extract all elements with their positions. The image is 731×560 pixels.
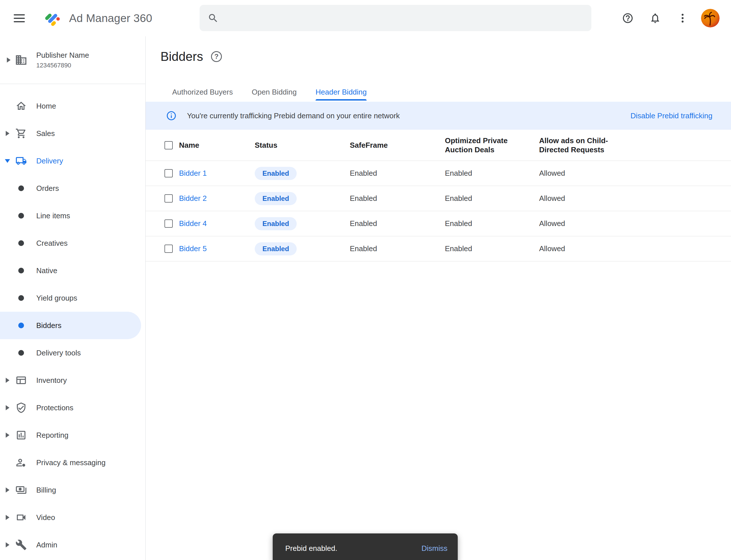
sidebar-item-line-items[interactable]: Line items bbox=[0, 202, 145, 229]
sidebar-item-label: Orders bbox=[36, 184, 59, 193]
notifications-button[interactable] bbox=[646, 9, 664, 27]
tab-header-bidding[interactable]: Header Bidding bbox=[306, 83, 376, 101]
inventory-icon bbox=[15, 375, 27, 386]
sidebar-item-label: Privacy & messaging bbox=[36, 458, 106, 467]
snackbar-dismiss-button[interactable]: Dismiss bbox=[421, 544, 447, 553]
sidebar-item-orders[interactable]: Orders bbox=[0, 175, 145, 202]
menu-icon[interactable] bbox=[14, 11, 27, 25]
sidebar-item-admin[interactable]: Admin bbox=[0, 531, 145, 559]
help-button[interactable] bbox=[619, 9, 637, 27]
sidebar-item-label: Delivery bbox=[36, 157, 63, 165]
safeframe-value: Enabled bbox=[350, 194, 445, 203]
sidebar-item-bidders[interactable]: Bidders bbox=[0, 312, 141, 339]
sidebar-item-label: Line items bbox=[36, 211, 70, 220]
private-auction-value: Enabled bbox=[445, 194, 539, 203]
info-banner: You're currently trafficking Prebid dema… bbox=[146, 102, 731, 130]
safeframe-value: Enabled bbox=[350, 169, 445, 178]
sidebar-item-delivery-tools[interactable]: Delivery tools bbox=[0, 339, 145, 367]
sidebar-item-label: Billing bbox=[36, 486, 56, 495]
safeframe-value: Enabled bbox=[350, 219, 445, 228]
publisher-name: Publisher Name bbox=[36, 51, 89, 60]
sidebar-item-label: Creatives bbox=[36, 239, 68, 248]
expand-icon bbox=[6, 405, 9, 410]
ad-manager-logo-icon bbox=[43, 9, 62, 27]
sidebar-item-native[interactable]: Native bbox=[0, 257, 145, 284]
sidebar-item-privacy-messaging[interactable]: Privacy & messaging bbox=[0, 449, 145, 476]
tab-open-bidding[interactable]: Open Bidding bbox=[242, 83, 306, 101]
sidebar-item-reporting[interactable]: Reporting bbox=[0, 421, 145, 449]
bullet-icon bbox=[15, 295, 27, 301]
sidebar-item-label: Inventory bbox=[36, 376, 67, 385]
search-bar[interactable] bbox=[200, 5, 591, 31]
sidebar-item-label: Delivery tools bbox=[36, 349, 81, 357]
row-checkbox[interactable] bbox=[165, 194, 173, 203]
sidebar-item-creatives[interactable]: Creatives bbox=[0, 229, 145, 257]
help-icon bbox=[622, 12, 634, 24]
status-badge: Enabled bbox=[255, 167, 297, 180]
search-input[interactable] bbox=[225, 5, 591, 31]
more-vert-icon bbox=[677, 12, 688, 24]
bidder-link[interactable]: Bidder 1 bbox=[179, 169, 207, 177]
snackbar-message: Prebid enabled. bbox=[285, 544, 337, 553]
expand-icon bbox=[6, 515, 9, 520]
expand-icon bbox=[6, 131, 9, 136]
sidebar-item-delivery[interactable]: Delivery bbox=[0, 147, 145, 175]
sidebar-item-label: Sales bbox=[36, 129, 55, 138]
sidebar-item-label: Video bbox=[36, 513, 55, 522]
sidebar-item-home[interactable]: Home bbox=[0, 92, 145, 120]
sidebar: Publisher Name 1234567890 Home Sales bbox=[0, 36, 146, 560]
expand-icon bbox=[7, 57, 11, 63]
bidder-link[interactable]: Bidder 4 bbox=[179, 219, 207, 228]
sidebar-nav: Home Sales Delivery Orders bbox=[0, 84, 145, 559]
safeframe-value: Enabled bbox=[350, 244, 445, 253]
row-checkbox[interactable] bbox=[165, 169, 173, 177]
status-badge: Enabled bbox=[255, 192, 297, 205]
row-checkbox[interactable] bbox=[165, 245, 173, 253]
bidder-link[interactable]: Bidder 5 bbox=[179, 244, 207, 253]
disable-prebid-link[interactable]: Disable Prebid trafficking bbox=[630, 111, 712, 120]
sidebar-item-protections[interactable]: Protections bbox=[0, 394, 145, 421]
bidder-link[interactable]: Bidder 2 bbox=[179, 194, 207, 203]
row-checkbox[interactable] bbox=[165, 219, 173, 228]
status-badge: Enabled bbox=[255, 242, 297, 255]
bullet-icon bbox=[15, 240, 27, 246]
expand-icon bbox=[6, 542, 9, 547]
sidebar-item-yield-groups[interactable]: Yield groups bbox=[0, 284, 145, 312]
more-options-button[interactable] bbox=[674, 9, 692, 27]
top-app-bar: Ad Manager 360 bbox=[0, 0, 731, 36]
main-content: Bidders ? Authorized Buyers Open Bidding… bbox=[146, 36, 731, 560]
app-title: Ad Manager 360 bbox=[69, 12, 152, 25]
private-auction-value: Enabled bbox=[445, 244, 539, 253]
expand-icon bbox=[6, 433, 9, 438]
collapse-icon bbox=[5, 159, 10, 163]
sidebar-item-label: Yield groups bbox=[36, 294, 77, 303]
bullet-icon bbox=[15, 268, 27, 273]
wrench-icon bbox=[15, 539, 27, 551]
bullet-icon bbox=[15, 323, 27, 328]
select-all-checkbox[interactable] bbox=[165, 141, 173, 149]
person-badge-icon bbox=[15, 457, 27, 468]
sidebar-item-billing[interactable]: Billing bbox=[0, 476, 145, 504]
bullet-icon bbox=[15, 350, 27, 356]
table-row: Bidder 5 Enabled Enabled Enabled Allowed bbox=[146, 236, 731, 261]
sidebar-item-inventory[interactable]: Inventory bbox=[0, 367, 145, 394]
page-help-icon[interactable]: ? bbox=[211, 51, 222, 62]
sidebar-item-video[interactable]: Video bbox=[0, 504, 145, 531]
payments-icon bbox=[15, 484, 27, 496]
child-directed-value: Allowed bbox=[539, 194, 720, 203]
tab-authorized-buyers[interactable]: Authorized Buyers bbox=[163, 83, 242, 101]
child-directed-value: Allowed bbox=[539, 169, 720, 178]
bell-icon bbox=[649, 12, 661, 24]
info-icon bbox=[166, 110, 177, 121]
sidebar-item-sales[interactable]: Sales bbox=[0, 120, 145, 147]
status-badge: Enabled bbox=[255, 217, 297, 230]
sidebar-item-label: Protections bbox=[36, 403, 73, 412]
truck-icon bbox=[15, 155, 27, 167]
shield-icon bbox=[15, 402, 27, 413]
column-header-safeframe: SafeFrame bbox=[350, 141, 445, 150]
publisher-switcher[interactable]: Publisher Name 1234567890 bbox=[0, 36, 145, 84]
column-header-status: Status bbox=[255, 141, 350, 150]
account-avatar[interactable] bbox=[701, 9, 720, 27]
child-directed-value: Allowed bbox=[539, 244, 720, 253]
publisher-id: 1234567890 bbox=[36, 62, 89, 69]
